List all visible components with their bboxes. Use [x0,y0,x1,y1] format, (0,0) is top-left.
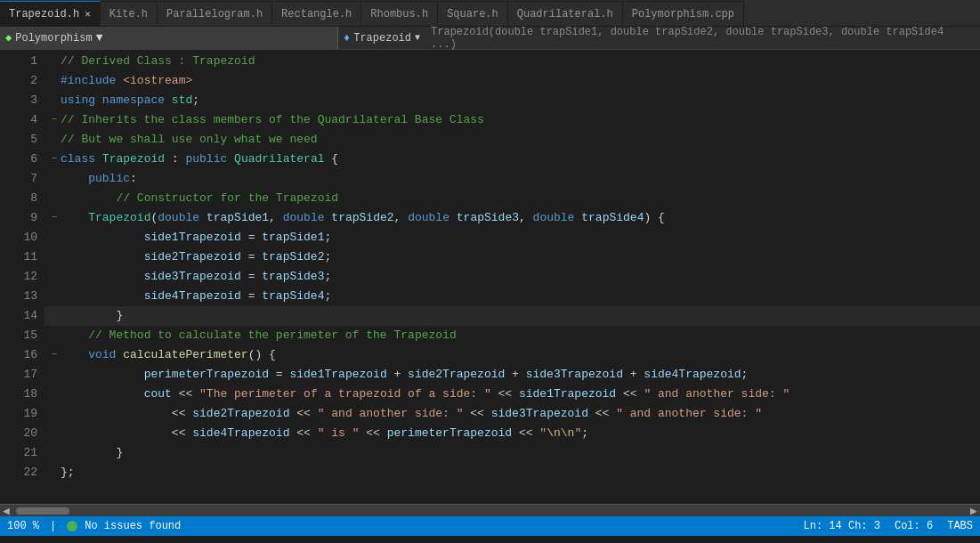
code-line: −// Inherits the class members of the Qu… [45,110,980,130]
code-content[interactable]: // Derived Class : Trapezoid#include <io… [45,50,980,504]
line-number: 11 [0,247,37,267]
left-dropdown-label: Polymorphism [15,32,92,45]
tabs-label: TABS [947,520,973,532]
code-line: cout << "The perimeter of a trapezoid of… [45,385,980,404]
tab-rhombus-h[interactable]: Rhombus.h [361,1,438,26]
function-icon: ♦ [344,32,350,45]
tab-label: Square.h [447,8,498,20]
tab-label: Polymorphism.cpp [632,8,734,20]
tab-label: Rhombus.h [370,8,428,20]
line-number: 19 [0,404,37,424]
horizontal-scrollbar[interactable]: ◀ ▶ [0,504,980,516]
line-number: 1 [0,52,37,71]
line-number: 22 [0,463,37,482]
tab-label: Parallelogram.h [166,8,263,20]
code-line: } [45,306,980,326]
code-line: // But we shall use only what we need [45,130,980,150]
code-line: − void calculatePerimeter() { [45,345,980,365]
namespace-icon: ◆ [5,31,12,45]
line-number: 7 [0,169,37,189]
code-line: // Derived Class : Trapezoid [45,52,980,71]
status-bar: 100 % | No issues found Ln: 14 Ch: 3 Col… [0,516,980,536]
code-line: using namespace std; [45,91,980,110]
code-line: − Trapezoid(double trapSide1, double tra… [45,208,980,228]
scrollbar-track[interactable] [16,507,964,515]
tab-rectangle-h[interactable]: Rectangle.h [272,1,361,26]
scrollbar-thumb[interactable] [16,507,69,515]
code-line: }; [45,463,980,482]
line-numbers: 12345678910111213141516171819202122 [0,50,45,504]
right-dropdown-label: Trapezoid [353,32,411,45]
left-dropdown-container[interactable]: ◆ Polymorphism ▼ [0,27,338,49]
code-line: side3Trapezoid = trapSide3; [45,267,980,287]
fold-button[interactable]: − [48,110,61,130]
right-dropdown-container[interactable]: ♦ Trapezoid ▼ Trapezoid(double trapSide1… [338,27,980,49]
fold-button[interactable]: − [48,150,61,169]
code-line: side4Trapezoid = trapSide4; [45,287,980,306]
tab-square-h[interactable]: Square.h [438,1,508,26]
line-number: 3 [0,91,37,110]
issues-text: No issues found [85,520,181,532]
fold-button[interactable]: − [48,345,61,365]
code-line: << side2Trapezoid << " and another side:… [45,404,980,424]
tab-kite-h[interactable]: Kite.h [101,1,158,26]
line-number: 13 [0,287,37,306]
code-line: #include <iostream> [45,71,980,91]
tab-polymorphism-cpp[interactable]: Polymorphism.cpp [623,1,744,26]
code-line: } [45,443,980,463]
line-number: 16 [0,345,37,365]
tab-trapezoid-h[interactable]: Trapezoid.h ✕ [0,1,101,26]
toolbar-row: ◆ Polymorphism ▼ ♦ Trapezoid ▼ Trapezoid… [0,27,980,50]
line-number: 4 [0,110,37,130]
no-issues-icon [67,521,77,531]
line-number: 12 [0,267,37,287]
code-line: << side4Trapezoid << " is " << perimeter… [45,424,980,443]
tab-parallelogram-h[interactable]: Parallelogram.h [158,1,272,26]
tab-quadrilateral-h[interactable]: Quadrilateral.h [508,1,623,26]
scroll-left-button[interactable]: ◀ [0,505,12,517]
line-number: 15 [0,326,37,345]
line-number: 6 [0,150,37,169]
cursor-position: Ln: 14 Ch: 3 [804,520,880,532]
col-info: Col: 6 [895,520,933,532]
tab-label: Kite.h [109,8,148,20]
code-line: // Constructor for the Trapezoid [45,189,980,208]
line-number: 5 [0,130,37,150]
code-line: −class Trapezoid : public Quadrilateral … [45,150,980,169]
tab-label: Quadrilateral.h [517,8,613,20]
code-line: side2Trapezoid = trapSide2; [45,247,980,267]
tab-label: Rectangle.h [281,8,352,20]
scroll-right-button[interactable]: ▶ [968,505,980,517]
line-number: 9 [0,208,37,228]
tab-bar: Trapezoid.h ✕ Kite.h Parallelogram.h Rec… [0,0,980,27]
code-line: public: [45,169,980,189]
line-number: 10 [0,228,37,247]
line-number: 2 [0,71,37,91]
tab-label: Trapezoid.h [9,8,79,20]
status-left: 100 % | No issues found [7,520,181,532]
code-line: // Method to calculate the perimeter of … [45,326,980,345]
fold-button[interactable]: − [48,208,61,228]
line-number: 21 [0,443,37,463]
line-number: 8 [0,189,37,208]
line-number: 14 [0,306,37,326]
line-number: 17 [0,365,37,385]
function-hint: Trapezoid(double trapSide1, double trapS… [431,26,975,51]
line-number: 18 [0,385,37,404]
status-right: Ln: 14 Ch: 3 Col: 6 TABS [804,520,973,532]
code-line: perimeterTrapezoid = side1Trapezoid + si… [45,365,980,385]
line-number: 20 [0,424,37,443]
editor-area: 12345678910111213141516171819202122 // D… [0,50,980,504]
code-line: side1Trapezoid = trapSide1; [45,228,980,247]
close-icon[interactable]: ✕ [85,8,91,20]
right-dropdown-arrow[interactable]: ▼ [415,33,420,43]
zoom-level[interactable]: 100 % [7,520,39,532]
left-dropdown-arrow[interactable]: ▼ [96,31,103,45]
